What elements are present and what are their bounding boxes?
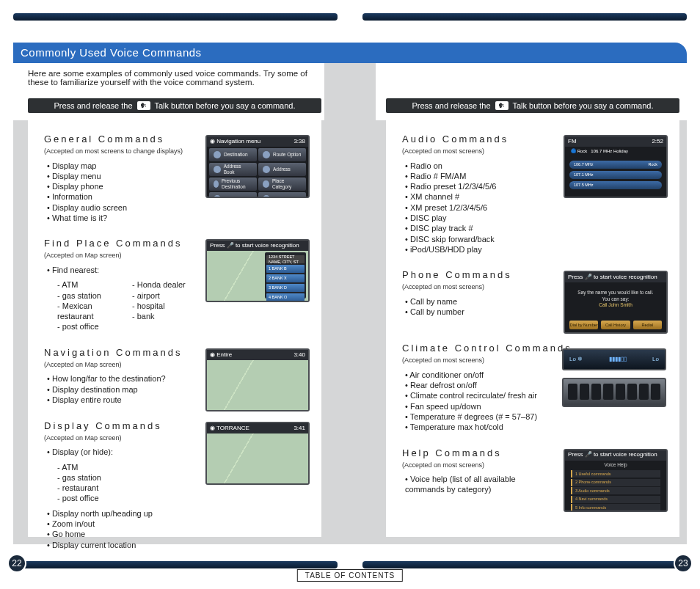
instr-post: Talk button before you say a command. — [513, 101, 654, 110]
command-item: How long/far to the destination? — [44, 373, 191, 384]
page-number-right: 23 — [674, 554, 693, 573]
command-item: hospital — [129, 301, 191, 311]
top-rule-right — [362, 13, 687, 21]
command-item: iPod/USB/HDD play — [402, 244, 549, 255]
command-item: Fan speed up/down — [402, 401, 549, 411]
command-item: post office — [54, 321, 116, 332]
command-item: Information — [44, 191, 191, 202]
command-item: Display north up/heading up — [44, 508, 191, 519]
screenshot: FM2:52 🔵 Rock 106.7 MHz Holiday 106.7 MH… — [564, 135, 668, 198]
instr-post: Talk button before you say a command. — [155, 101, 296, 110]
top-rule-left — [13, 13, 338, 21]
command-item: post office — [54, 493, 191, 503]
section: Find Place Commands(Accepted on Map scre… — [44, 238, 311, 332]
section: General Commands(Accepted on most screen… — [44, 133, 311, 223]
command-item: gas station — [54, 290, 116, 301]
command-item: Voice help (list of all available comman… — [402, 474, 549, 495]
section: Climate Control Commands(Accepted on mos… — [402, 343, 669, 432]
instruction-bar-left: Press and release the 🗣 Talk button befo… — [28, 98, 321, 113]
section: Display Commands(Accepted on Map screen)… — [44, 420, 311, 550]
command-item: Display (or hide): — [44, 447, 191, 457]
instruction-bar-right: Press and release the 🗣 Talk button befo… — [386, 98, 679, 113]
command-item: Temperature # degrees (# = 57–87) — [402, 411, 549, 422]
instr-pre: Press and release the — [412, 101, 490, 110]
command-item: DISC play track # — [402, 223, 549, 233]
section: Audio Commands(Accepted on most screens)… — [402, 133, 669, 255]
screenshot: Press 🎤 to start voice recognition Say t… — [564, 271, 668, 334]
command-item: airport — [129, 290, 191, 301]
command-item: Display phone — [44, 181, 191, 191]
talk-icon: 🗣 — [137, 101, 150, 110]
command-item: Display current location — [44, 540, 191, 550]
bottom-rule-left — [13, 561, 338, 568]
command-item: XM channel # — [402, 191, 549, 202]
command-item: Mexican restaurant — [54, 301, 116, 322]
toc-link[interactable]: TABLE OF CONTENTS — [297, 569, 403, 582]
command-item: Air conditioner on/off — [402, 370, 549, 380]
page-body: Here are some examples of commonly used … — [13, 63, 687, 544]
command-item: Display entire route — [44, 395, 191, 405]
command-item: bank — [129, 311, 191, 321]
screenshot: ◉ TORRANCE3:41 — [205, 422, 310, 485]
talk-icon: 🗣 — [495, 101, 508, 110]
page-title: Commonly Used Voice Commands — [13, 43, 687, 63]
command-item: Call by number — [402, 307, 549, 317]
section: Navigation Commands(Accepted on Map scre… — [44, 347, 311, 406]
right-column: Audio Commands(Accepted on most screens)… — [386, 120, 679, 537]
command-item: Find nearest: — [44, 265, 191, 275]
command-item: restaurant — [54, 483, 191, 493]
command-item: ATM — [54, 462, 191, 472]
command-item: gas station — [54, 472, 191, 483]
command-item: DISC play — [402, 213, 549, 223]
screenshot: ◉ Entire3:40 — [205, 348, 310, 411]
command-item: Display menu — [44, 171, 191, 181]
screenshot: Press 🎤 to start voice recognition Voice… — [564, 449, 668, 512]
command-item: Honda dealer — [129, 279, 191, 290]
instr-pre: Press and release the — [54, 101, 132, 110]
bottom-rule-right — [362, 561, 687, 568]
section: Help Commands(Accepted on most screens)V… — [402, 447, 669, 506]
section: Phone Commands(Accepted on most screens)… — [402, 269, 669, 328]
command-item: Display destination map — [44, 384, 191, 395]
command-item: DISC skip forward/back — [402, 234, 549, 244]
command-item: Rear defrost on/off — [402, 380, 549, 390]
command-item: Go home — [44, 529, 191, 539]
command-item: Call by name — [402, 296, 549, 307]
command-item: Zoom in/out — [44, 519, 191, 529]
command-item: Radio on — [402, 161, 549, 171]
command-item: Display map — [44, 161, 191, 171]
page-number-left: 22 — [7, 554, 26, 573]
command-item: ATM — [54, 279, 116, 290]
command-item: XM preset 1/2/3/4/5/6 — [402, 202, 549, 213]
screenshot: ◉ Navigation menu3:38DestinationRoute Op… — [205, 135, 310, 198]
command-item: Radio preset 1/2/3/4/5/6 — [402, 181, 549, 191]
command-item: Temperature max hot/cold — [402, 422, 549, 432]
command-item: Display audio screen — [44, 202, 191, 213]
screenshot: Press 🎤 to start voice recognition1234 S… — [205, 239, 310, 302]
command-item: Climate control recirculate/ fresh air — [402, 390, 549, 400]
command-item: What time is it? — [44, 213, 191, 223]
command-item: Radio # FM/AM — [402, 171, 549, 181]
left-column: General Commands(Accepted on most screen… — [28, 120, 321, 537]
